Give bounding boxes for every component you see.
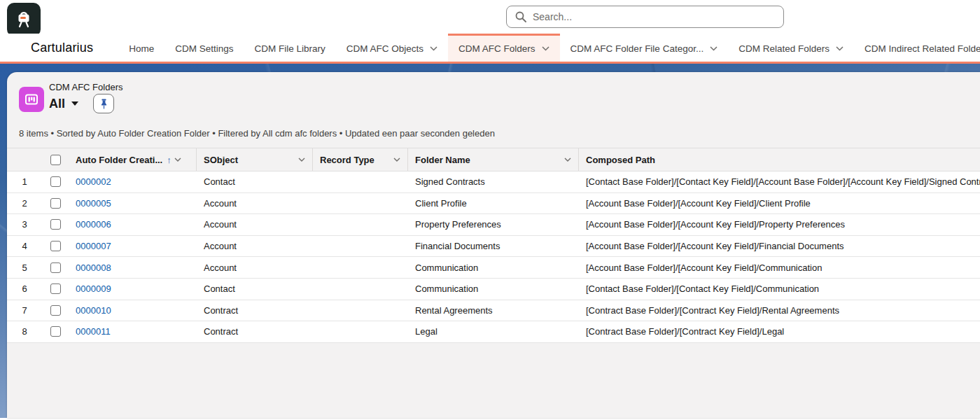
tab-cdm-settings[interactable]: CDM Settings — [164, 34, 244, 62]
cell-sobject: Contact — [197, 176, 313, 187]
table-row[interactable]: 3 0000006 Account Property Preferences [… — [7, 214, 980, 236]
cell-folder-name: Client Profile — [408, 198, 579, 209]
cell-folder-name: Rental Agreements — [408, 305, 579, 316]
search-icon — [515, 11, 526, 22]
tab-cdm-afc-folder-file-categories[interactable]: CDM AFC Folder File Categor... — [560, 34, 729, 62]
table-row[interactable]: 6 0000009 Contact Communication [Contact… — [7, 279, 980, 300]
cell-sobject: Account — [197, 219, 313, 230]
row-number: 2 — [7, 198, 42, 209]
nav-bar: Cartularius Home CDM Settings CDM File L… — [0, 34, 980, 64]
row-number: 8 — [7, 326, 42, 337]
column-header-folder-name[interactable]: Folder Name — [408, 148, 579, 171]
record-link[interactable]: 0000005 — [76, 198, 111, 209]
column-header-record-type[interactable]: Record Type — [313, 148, 408, 171]
pin-list-view-button[interactable] — [93, 94, 114, 113]
cell-sobject: Account — [197, 198, 313, 209]
tab-label: CDM AFC Folders — [458, 43, 536, 54]
record-link[interactable]: 0000007 — [76, 241, 111, 251]
chevron-down-icon[interactable] — [564, 158, 571, 162]
column-label: Composed Path — [586, 155, 655, 165]
cell-sobject: Contact — [197, 284, 313, 294]
cell-composed-path: [Contact Base Folder]/[Contact Key Field… — [579, 176, 980, 187]
column-label: Auto Folder Creati... — [76, 155, 162, 165]
entity-label: CDM AFC Folders — [49, 82, 122, 92]
tab-label: CDM Indirect Related Folders — [864, 43, 980, 54]
row-checkbox[interactable] — [50, 219, 61, 230]
nav-tabs: Home CDM Settings CDM File Library CDM A… — [118, 34, 980, 62]
select-all-checkbox[interactable] — [50, 155, 61, 165]
cell-sobject: Contract — [197, 326, 313, 337]
tab-label: CDM Settings — [175, 43, 233, 54]
cell-sobject: Contract — [197, 305, 313, 316]
cdm-afc-folders-object-icon — [19, 87, 44, 112]
cell-composed-path: [Contract Base Folder]/[Contract Key Fie… — [579, 305, 980, 316]
tab-cdm-afc-objects[interactable]: CDM AFC Objects — [336, 34, 448, 62]
chevron-down-icon[interactable] — [710, 46, 718, 51]
list-view-panel: CDM AFC Folders All 8 items • Sorted by … — [7, 72, 980, 418]
table-row[interactable]: 2 0000005 Account Client Profile [Accoun… — [7, 193, 980, 215]
chevron-down-icon[interactable] — [298, 158, 305, 162]
chevron-down-icon[interactable] — [542, 46, 550, 51]
record-link[interactable]: 0000009 — [76, 284, 111, 294]
table-row[interactable]: 8 0000011 Contract Legal [Contract Base … — [7, 321, 980, 343]
chevron-down-icon[interactable] — [836, 46, 844, 51]
tab-label: CDM Related Folders — [738, 43, 830, 54]
record-link[interactable]: 0000011 — [76, 326, 111, 337]
row-checkbox[interactable] — [50, 198, 61, 209]
row-checkbox[interactable] — [50, 305, 61, 316]
global-search — [506, 6, 784, 28]
column-header-auto-folder-creation[interactable]: Auto Folder Creati... ↑ — [69, 148, 197, 171]
pushpin-icon — [99, 99, 108, 109]
list-view-status: 8 items • Sorted by Auto Folder Creation… — [19, 128, 495, 139]
row-checkbox[interactable] — [50, 284, 61, 294]
cell-composed-path: [Contact Base Folder]/[Contact Key Field… — [579, 284, 980, 294]
grill-lock-logo-icon — [13, 8, 35, 31]
table-row[interactable]: 1 0000002 Contact Signed Contracts [Cont… — [7, 172, 980, 193]
book-icon — [24, 92, 39, 107]
tab-cdm-file-library[interactable]: CDM File Library — [244, 34, 336, 62]
cell-sobject: Account — [197, 262, 313, 273]
table-header-row: Auto Folder Creati... ↑ SObject Record T… — [7, 148, 980, 172]
global-header — [0, 0, 980, 34]
record-link[interactable]: 0000006 — [76, 219, 111, 230]
tab-label: CDM AFC Objects — [346, 43, 424, 54]
tab-home[interactable]: Home — [118, 34, 164, 62]
column-label: Folder Name — [415, 155, 470, 165]
column-header-composed-path[interactable]: Composed Path — [579, 148, 980, 171]
row-number: 6 — [7, 284, 42, 294]
row-number: 1 — [7, 176, 42, 187]
chevron-down-icon[interactable] — [430, 46, 438, 51]
chevron-down-icon[interactable] — [174, 158, 181, 162]
list-view-selector-caret-icon[interactable] — [71, 102, 78, 106]
record-link[interactable]: 0000010 — [76, 305, 111, 316]
tab-cdm-afc-folders[interactable]: CDM AFC Folders — [448, 34, 560, 62]
row-checkbox[interactable] — [50, 262, 61, 273]
column-header-sobject[interactable]: SObject — [197, 148, 313, 171]
chevron-down-icon[interactable] — [393, 158, 400, 162]
row-checkbox[interactable] — [50, 241, 61, 251]
record-link[interactable]: 0000002 — [76, 176, 111, 187]
search-input[interactable] — [533, 11, 775, 22]
tab-cdm-indirect-related-folders[interactable]: CDM Indirect Related Folders — [854, 34, 980, 62]
column-label: Record Type — [320, 155, 374, 165]
cell-sobject: Account — [197, 241, 313, 251]
records-table: Auto Folder Creati... ↑ SObject Record T… — [7, 148, 980, 343]
tab-label: Home — [129, 43, 154, 54]
sort-ascending-icon: ↑ — [167, 155, 172, 165]
list-view-header: CDM AFC Folders All 8 items • Sorted by … — [7, 72, 980, 148]
row-number: 5 — [7, 262, 42, 273]
cell-folder-name: Legal — [408, 326, 579, 337]
cell-folder-name: Property Preferences — [408, 219, 579, 230]
table-row[interactable]: 5 0000008 Account Communication [Account… — [7, 257, 980, 279]
row-number-header — [7, 148, 42, 171]
list-view-name: All — [49, 97, 65, 111]
org-logo[interactable] — [7, 3, 41, 36]
table-row[interactable]: 7 0000010 Contract Rental Agreements [Co… — [7, 300, 980, 322]
row-checkbox[interactable] — [50, 326, 61, 337]
record-link[interactable]: 0000008 — [76, 262, 111, 273]
tab-label: CDM File Library — [255, 43, 326, 54]
table-row[interactable]: 4 0000007 Account Financial Documents [A… — [7, 236, 980, 258]
row-checkbox[interactable] — [50, 176, 61, 187]
tab-cdm-related-folders[interactable]: CDM Related Folders — [728, 34, 854, 62]
cell-composed-path: [Account Base Folder]/[Account Key Field… — [579, 262, 980, 273]
